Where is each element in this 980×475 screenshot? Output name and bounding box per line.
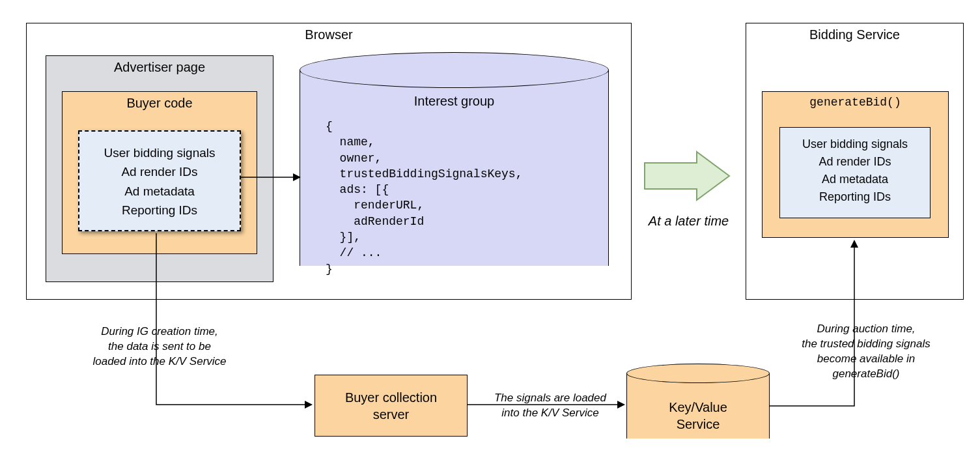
connector-kv-to-genbid bbox=[770, 238, 880, 414]
connector-left-to-bcs bbox=[153, 233, 319, 416]
signals-left-line2: Ad render IDs bbox=[79, 162, 240, 181]
interest-group-code: { name, owner, trustedBiddingSignalsKeys… bbox=[326, 119, 522, 277]
advertiser-page-title: Advertiser page bbox=[46, 60, 273, 75]
signals-right-line2: Ad render IDs bbox=[780, 153, 930, 171]
kv-service-label: Key/Value Service bbox=[626, 390, 770, 442]
interest-group-cylinder: Interest group { name, owner, trustedBid… bbox=[300, 52, 609, 283]
big-arrow-icon bbox=[641, 147, 736, 205]
signals-left-line1: User bidding signals bbox=[79, 143, 240, 162]
svg-marker-3 bbox=[305, 401, 313, 409]
connector-bcs-to-kv bbox=[468, 398, 630, 411]
buyer-code-title: Buyer code bbox=[63, 96, 257, 111]
signals-box-left: User bidding signals Ad render IDs Ad me… bbox=[78, 130, 241, 231]
signals-left-line3: Ad metadata bbox=[79, 182, 240, 201]
signals-left-line4: Reporting IDs bbox=[79, 201, 240, 220]
svg-marker-1 bbox=[293, 173, 301, 181]
svg-marker-2 bbox=[645, 152, 729, 200]
kv-service-cylinder: Key/Value Service bbox=[626, 364, 770, 448]
signals-right-line4: Reporting IDs bbox=[780, 188, 930, 206]
svg-marker-6 bbox=[850, 240, 858, 248]
signals-box-right: User bidding signals Ad render IDs Ad me… bbox=[779, 127, 931, 218]
signals-right-line3: Ad metadata bbox=[780, 171, 930, 188]
big-arrow-label: At a later time bbox=[632, 212, 746, 230]
svg-marker-5 bbox=[617, 401, 625, 409]
diagram-canvas: Browser Advertiser page Buyer code User … bbox=[0, 0, 980, 475]
signals-right-line1: User bidding signals bbox=[780, 136, 930, 153]
interest-group-title: Interest group bbox=[300, 94, 609, 109]
browser-title: Browser bbox=[27, 27, 631, 42]
bidding-service-title: Bidding Service bbox=[746, 27, 963, 42]
arrow-buyercode-to-ig bbox=[241, 171, 306, 184]
generate-bid-title: generateBid() bbox=[763, 96, 948, 109]
buyer-collection-server: Buyer collection server bbox=[315, 375, 468, 437]
